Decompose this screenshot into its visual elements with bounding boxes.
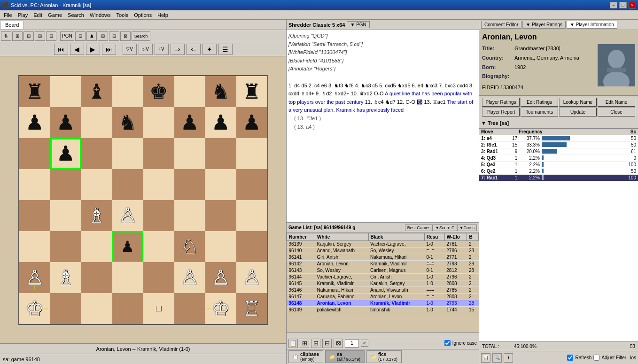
- table-row[interactable]: 96145 Kramnik, Vladimir Karjakin, Sergey…: [287, 280, 479, 287]
- go-start-btn[interactable]: ⏮: [54, 44, 68, 55]
- toolbar-btn9[interactable]: ⊟: [109, 31, 119, 41]
- table-row[interactable]: 96149 poliakevitch timonshik 1-0 1744 15: [287, 307, 479, 313]
- ignore-case-checkbox[interactable]: [444, 340, 451, 346]
- square-d1[interactable]: [112, 293, 143, 324]
- table-row[interactable]: 96142 Aronian, Levon Kramnik, Vladimir =…: [287, 261, 479, 267]
- add-var-btn[interactable]: +V: [155, 44, 169, 55]
- db-sa[interactable]: 📁 sa (all / 96,149): [325, 350, 365, 363]
- square-d4[interactable]: ♙: [112, 200, 143, 231]
- edit-ratings-btn[interactable]: Edit Ratings: [521, 98, 558, 107]
- table-row[interactable]: 96143 So, Wesley Carlsen, Magnus 0-1 281…: [287, 267, 479, 274]
- menu-options[interactable]: Options: [131, 11, 155, 19]
- tree-move-row[interactable]: 6: Qe2 1: 2.2% 50: [479, 168, 638, 175]
- gamelist-hscroll[interactable]: [287, 332, 479, 337]
- toolbar-btn3[interactable]: ⊞: [35, 31, 45, 41]
- square-e5[interactable]: [143, 169, 174, 200]
- square-g8[interactable]: ♞: [205, 76, 236, 107]
- table-row[interactable]: 96144 Vachier-Lagrave, Giri, Anish 1-0 2…: [287, 274, 479, 280]
- square-h1[interactable]: ♖: [236, 293, 267, 324]
- square-g3[interactable]: [205, 231, 236, 262]
- col-welo[interactable]: W-Elo: [444, 233, 467, 241]
- refresh-checkbox[interactable]: [567, 355, 573, 361]
- square-g2[interactable]: ♙: [205, 262, 236, 293]
- square-h8[interactable]: ♜: [236, 76, 267, 107]
- square-c5[interactable]: [81, 169, 112, 200]
- tab-player-ratings[interactable]: ▼ Player Ratings: [522, 21, 566, 29]
- square-b7[interactable]: ♟: [50, 107, 81, 138]
- page-nav-btn[interactable]: «: [361, 340, 368, 347]
- table-row[interactable]: 96140 Anand, Viswanath So, Wesley =–= 27…: [287, 248, 479, 254]
- tournaments-btn[interactable]: Tournaments: [521, 108, 558, 116]
- square-h2[interactable]: ♙: [236, 262, 267, 293]
- square-f5[interactable]: [174, 169, 205, 200]
- toolbar-btn7[interactable]: ♟: [86, 31, 97, 41]
- square-f7[interactable]: ♟: [174, 107, 205, 138]
- square-a1[interactable]: ♔ →: [19, 293, 50, 324]
- player-report-btn[interactable]: Player Report: [482, 108, 520, 116]
- square-h3[interactable]: [236, 231, 267, 262]
- square-f6[interactable]: [174, 138, 205, 169]
- square-b2[interactable]: ♗: [50, 262, 81, 293]
- col-black[interactable]: Black: [368, 233, 424, 241]
- flip-board-btn[interactable]: ⇅: [1, 31, 11, 41]
- square-c6[interactable]: [81, 138, 112, 169]
- game-page-input[interactable]: [345, 339, 359, 348]
- square-b4[interactable]: [50, 200, 81, 231]
- var-fwd-btn[interactable]: ▷V: [139, 44, 153, 55]
- square-g7[interactable]: ♟: [205, 107, 236, 138]
- square-a4[interactable]: [19, 200, 50, 231]
- icon-btn-4[interactable]: ⊟: [322, 339, 332, 348]
- close-btn[interactable]: ×: [629, 2, 636, 8]
- tree-btn-3[interactable]: ℹ: [504, 353, 513, 363]
- close-player-btn[interactable]: Close: [598, 108, 635, 116]
- col-white[interactable]: White: [315, 233, 368, 241]
- square-d5[interactable]: [112, 169, 143, 200]
- toolbar-btn10[interactable]: ⊠: [120, 31, 131, 41]
- menu-game[interactable]: Game: [45, 11, 65, 19]
- go-end-btn[interactable]: ⏭: [102, 44, 116, 55]
- pgn-selected-move[interactable]: b6: [417, 99, 422, 105]
- tab-player-info[interactable]: ▼ Player Information: [567, 21, 617, 29]
- square-c1[interactable]: [81, 293, 112, 324]
- square-h4[interactable]: [236, 200, 267, 231]
- icon-btn-2[interactable]: ⊞: [300, 339, 309, 348]
- menu-file[interactable]: File: [1, 11, 15, 19]
- icon-btn-1[interactable]: 📋: [288, 339, 298, 348]
- square-b1[interactable]: [50, 293, 81, 324]
- square-d7[interactable]: ♞: [112, 107, 143, 138]
- go-back-btn[interactable]: ◀: [70, 44, 84, 55]
- square-f3[interactable]: ♘: [174, 231, 205, 262]
- table-row[interactable]: 96147 Caruana, Fabiano Aronian, Levon =–…: [287, 294, 479, 300]
- square-c7[interactable]: [81, 107, 112, 138]
- db-clipbase[interactable]: 📋 clipbase (empty): [288, 350, 323, 363]
- square-f4[interactable]: [174, 200, 205, 231]
- col-result[interactable]: Resu: [424, 233, 444, 241]
- square-b5[interactable]: [50, 169, 81, 200]
- table-row[interactable]: 96139 Karjakin, Sergey Vachier-Lagrave, …: [287, 241, 479, 248]
- icon-btn-3[interactable]: ⊞: [311, 339, 320, 348]
- tree-move-row[interactable]: 3: Rad1 9: 20.0% 61: [479, 148, 638, 155]
- square-c4[interactable]: ♗: [81, 200, 112, 231]
- tab-board[interactable]: Board: [0, 21, 24, 29]
- menu-search[interactable]: Search: [65, 11, 87, 19]
- menu-play[interactable]: Play: [15, 11, 31, 19]
- toolbar-btn8[interactable]: ⊞: [98, 31, 108, 41]
- square-e1[interactable]: [143, 293, 174, 324]
- square-e2[interactable]: [143, 262, 174, 293]
- toolbar-btn4[interactable]: ⊟: [46, 31, 56, 41]
- square-f2[interactable]: ♙: [174, 262, 205, 293]
- tree-move-row[interactable]: 4: Qd3 1: 2.2% 0: [479, 155, 638, 162]
- player-ratings-btn[interactable]: Player Ratings: [482, 98, 520, 107]
- toolbar-btn2[interactable]: ⊟: [23, 31, 34, 41]
- pgn-tab-btn[interactable]: ▼ PGN: [347, 21, 369, 28]
- start-btn[interactable]: ⊞: [12, 31, 23, 41]
- table-row[interactable]: 96148 Aronian, Levon Kramnik, Vladimir 1…: [287, 300, 479, 307]
- square-a2[interactable]: ♙ ↑: [19, 262, 50, 293]
- square-e8[interactable]: ♚: [143, 76, 174, 107]
- menu-tools[interactable]: Tools: [114, 11, 132, 19]
- go-fwd-btn[interactable]: ▶: [86, 44, 100, 55]
- cross-btn[interactable]: ▼Cross: [457, 225, 477, 231]
- icon-btn-5[interactable]: ⊠: [334, 339, 343, 348]
- square-e3[interactable]: [143, 231, 174, 262]
- search-btn[interactable]: Search: [132, 31, 150, 41]
